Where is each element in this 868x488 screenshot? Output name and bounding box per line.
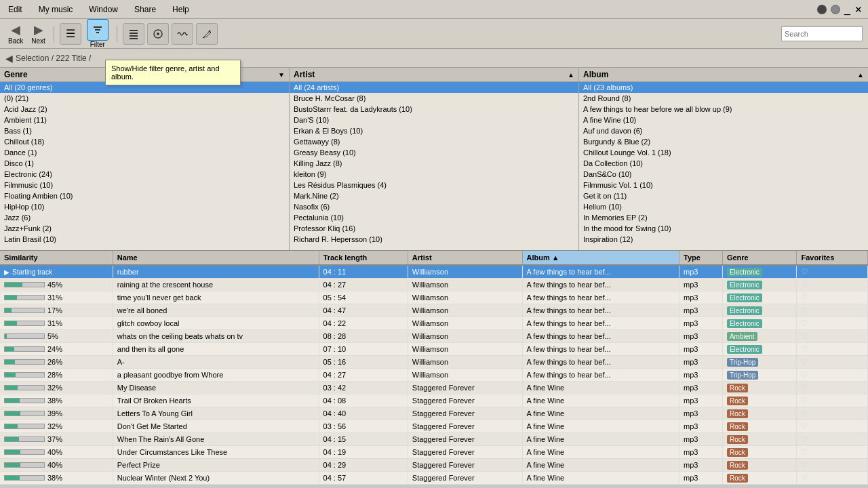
table-row[interactable]: 37%When The Rain's All Gone04 : 15Stagge… <box>0 433 868 446</box>
table-row[interactable]: 45%raining at the crescent house04 : 27W… <box>0 279 868 291</box>
list-item[interactable]: Electronic (24) <box>0 169 289 180</box>
list-item[interactable]: All (23 albums) <box>579 82 868 93</box>
list-item[interactable]: Chillout Lounge Vol. 1 (18) <box>579 147 868 158</box>
tag-btn[interactable] <box>196 23 218 45</box>
list-item[interactable]: Gettawayy (8) <box>290 136 578 147</box>
list-item[interactable]: Bass (1) <box>0 125 289 136</box>
list-item[interactable]: Mark.Nine (2) <box>290 190 578 201</box>
list-item[interactable]: A few things to hear before we all blow … <box>579 104 868 115</box>
next-nav[interactable]: ▶ Next <box>28 21 48 46</box>
col-favorites[interactable]: Favorites <box>797 251 868 265</box>
table-row[interactable]: 39%Letters To A Young Girl04 : 40Stagger… <box>0 407 868 420</box>
list-item[interactable]: Dance (1) <box>0 147 289 158</box>
table-row[interactable]: 5%whats on the ceiling beats whats on tv… <box>0 330 868 343</box>
close-btn[interactable]: ✕ <box>854 4 863 15</box>
list-item[interactable]: Helium (10) <box>579 201 868 212</box>
list-item[interactable]: Bruce H. McCosar (8) <box>290 93 578 104</box>
list-item[interactable]: Disco (1) <box>0 158 289 169</box>
favorites-cell[interactable]: ♡ <box>797 369 868 382</box>
list-item[interactable]: Get it on (11) <box>579 190 868 201</box>
minimize-btn[interactable]: _ <box>844 3 850 16</box>
list-item[interactable]: Latin Brasil (10) <box>0 234 289 245</box>
favorites-cell[interactable]: ♡ <box>797 407 868 420</box>
list-item[interactable]: Jazz+Funk (2) <box>0 223 289 234</box>
menu-help[interactable]: Help <box>170 3 192 16</box>
table-row[interactable]: ▶ Starting trackrubber04 : 11WilliamsonA… <box>0 265 868 279</box>
list-item[interactable]: Jazz (6) <box>0 212 289 223</box>
favorites-cell[interactable]: ♡ <box>797 420 868 433</box>
list-item[interactable]: BustoStarrr feat. da Ladykrauts (10) <box>290 104 578 115</box>
table-row[interactable]: 28%a pleasant goodbye from Whore04 : 27W… <box>0 369 868 382</box>
cover-view-btn[interactable] <box>147 23 169 45</box>
filter-btn[interactable] <box>87 19 108 41</box>
list-item[interactable]: Erkan & El Boys (10) <box>290 125 578 136</box>
table-row[interactable]: 32%Don't Get Me Started03 : 56Staggered … <box>0 420 868 433</box>
favorites-cell[interactable]: ♡ <box>797 472 868 485</box>
col-similarity[interactable]: Similarity <box>0 251 113 265</box>
menu-my-music[interactable]: My music <box>36 3 76 16</box>
favorites-cell[interactable]: ♡ <box>797 317 868 330</box>
list-item[interactable]: Filmmusic Vol. 1 (10) <box>579 180 868 190</box>
artist-header[interactable]: Artist ▲ <box>290 68 578 82</box>
list-item[interactable]: Ambient (11) <box>0 115 289 125</box>
list-item[interactable]: Professor Kliq (16) <box>290 223 578 234</box>
col-type[interactable]: Type <box>679 251 723 265</box>
list-item[interactable]: Les Résidus Plasmiques (4) <box>290 180 578 190</box>
table-row[interactable]: 26%A-05 : 16WilliamsonA few things to he… <box>0 356 868 369</box>
list-item[interactable]: A fine Wine (10) <box>579 115 868 125</box>
list-item[interactable]: Richard R. Hepersson (10) <box>290 234 578 245</box>
table-row[interactable]: 24%and then its all gone07 : 10Williamso… <box>0 343 868 356</box>
favorites-cell[interactable]: ♡ <box>797 356 868 369</box>
list-item[interactable]: Chillout (18) <box>0 136 289 147</box>
favorites-cell[interactable]: ♡ <box>797 459 868 472</box>
list-item[interactable]: Dan'S (10) <box>290 115 578 125</box>
list-item[interactable]: Auf und davon (6) <box>579 125 868 136</box>
table-row[interactable]: 38%Nuclear Winter (Next 2 You)04 : 57Sta… <box>0 472 868 485</box>
list-item[interactable]: (0) (21) <box>0 93 289 104</box>
table-row[interactable]: 38%Trail Of Broken Hearts04 : 08Staggere… <box>0 394 868 407</box>
col-artist[interactable]: Artist <box>408 251 522 265</box>
search-input[interactable] <box>781 26 863 41</box>
list-item[interactable]: kleiton (9) <box>290 169 578 180</box>
favorites-cell[interactable]: ♡ <box>797 382 868 394</box>
list-item[interactable]: In Memories EP (2) <box>579 212 868 223</box>
list-item[interactable]: Greasy Beasy (10) <box>290 147 578 158</box>
favorites-cell[interactable]: ♡ <box>797 433 868 446</box>
album-header[interactable]: Album ▲ <box>579 68 868 82</box>
col-length[interactable]: Track length <box>319 251 408 265</box>
favorites-cell[interactable]: ♡ <box>797 304 868 317</box>
menu-edit[interactable]: Edit <box>5 3 25 16</box>
table-row[interactable]: 40%Under Circumstances Like These04 : 19… <box>0 446 868 459</box>
list-item[interactable]: Da Collection (10) <box>579 158 868 169</box>
table-row[interactable]: 40%Perfect Prize04 : 29Staggered Forever… <box>0 459 868 472</box>
menu-window[interactable]: Window <box>86 3 121 16</box>
list-item[interactable]: Acid Jazz (2) <box>0 104 289 115</box>
list-item[interactable]: Inspiration (12) <box>579 234 868 245</box>
sidebar-toggle-btn[interactable]: ☰ <box>60 23 81 45</box>
menu-share[interactable]: Share <box>132 3 159 16</box>
filter-nav[interactable]: Filter <box>84 18 111 49</box>
table-row[interactable]: 17%we're all boned04 : 47WilliamsonA few… <box>0 304 868 317</box>
favorites-cell[interactable]: ♡ <box>797 394 868 407</box>
table-row[interactable]: 32%My Disease03 : 42Staggered ForeverA f… <box>0 382 868 394</box>
col-album[interactable]: Album ▲ <box>522 251 679 265</box>
list-view-btn[interactable] <box>123 23 144 45</box>
list-item[interactable]: HipHop (10) <box>0 201 289 212</box>
list-item[interactable]: Pectalunia (10) <box>290 212 578 223</box>
back-nav[interactable]: ◀ Back <box>5 21 26 46</box>
favorites-cell[interactable]: ♡ <box>797 265 868 279</box>
breadcrumb-back[interactable]: ◀ <box>5 53 13 64</box>
table-row[interactable]: 31%time you'll never get back05 : 54Will… <box>0 291 868 304</box>
album-list[interactable]: All (23 albums)2nd Round (8)A few things… <box>579 82 868 250</box>
list-item[interactable]: Burgundy & Blue (2) <box>579 136 868 147</box>
list-item[interactable]: 2nd Round (8) <box>579 93 868 104</box>
col-name[interactable]: Name <box>113 251 319 265</box>
genre-list[interactable]: All (20 genres)(0) (21)Acid Jazz (2)Ambi… <box>0 82 289 250</box>
list-item[interactable]: In the mood for Swing (10) <box>579 223 868 234</box>
favorites-cell[interactable]: ♡ <box>797 279 868 291</box>
list-item[interactable]: Filmmusic (10) <box>0 180 289 190</box>
list-item[interactable]: Floating Ambien (10) <box>0 190 289 201</box>
list-item[interactable]: All (24 artists) <box>290 82 578 93</box>
favorites-cell[interactable]: ♡ <box>797 291 868 304</box>
favorites-cell[interactable]: ♡ <box>797 343 868 356</box>
